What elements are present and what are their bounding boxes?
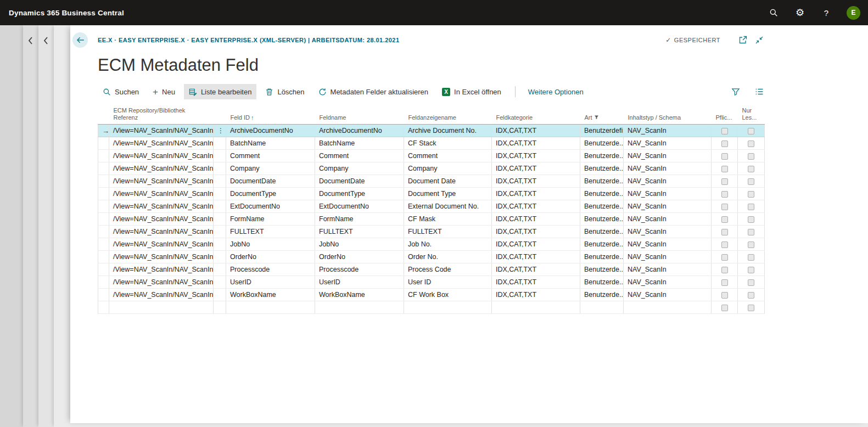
cell-feldname[interactable]: UserID <box>315 276 404 289</box>
row-menu-cell[interactable] <box>214 301 226 314</box>
cell-art[interactable]: Benutzerde... <box>580 276 624 289</box>
row-menu-cell[interactable] <box>214 175 226 188</box>
cell-inhaltstyp[interactable]: NAV_ScanIn <box>624 150 712 162</box>
cell-feldkategorie[interactable]: IDX,CAT,TXT <box>492 125 580 137</box>
row-gutter[interactable] <box>98 188 109 200</box>
row-menu-cell[interactable] <box>214 200 226 213</box>
cell-feldname[interactable]: Processcode <box>315 263 404 276</box>
pflichtfeld-checkbox[interactable] <box>721 305 728 311</box>
open-in-excel-button[interactable]: X In Excel öffnen <box>437 84 506 99</box>
nur-lesen-checkbox[interactable] <box>748 178 754 185</box>
row-menu-cell[interactable] <box>214 263 226 276</box>
pflichtfeld-checkbox[interactable] <box>721 191 728 198</box>
row-gutter[interactable] <box>98 238 109 251</box>
row-gutter[interactable] <box>98 162 109 175</box>
cell-feldname[interactable]: Company <box>315 162 404 175</box>
cell-art[interactable]: Benutzerde... <box>580 238 624 251</box>
row-gutter[interactable] <box>98 263 109 276</box>
table-row[interactable]: /View=NAV_ScanIn/NAV_ScanIn DocumentDate… <box>98 175 765 188</box>
cell-repo[interactable] <box>109 301 214 314</box>
delete-button[interactable]: Löschen <box>260 84 309 99</box>
cell-art[interactable]: Benutzerde... <box>580 251 624 263</box>
cell-feldname[interactable]: JobNo <box>315 238 404 251</box>
table-row[interactable]: → /View=NAV_ScanIn/NAV_ScanIn ⋮ ArchiveD… <box>98 125 765 137</box>
cell-repo[interactable]: /View=NAV_ScanIn/NAV_ScanIn <box>109 125 214 137</box>
cell-feldkategorie[interactable] <box>492 301 580 314</box>
cell-feld-id[interactable]: FULLTEXT <box>226 226 315 238</box>
cell-feldkategorie[interactable]: IDX,CAT,TXT <box>492 213 580 226</box>
cell-feldkategorie[interactable]: IDX,CAT,TXT <box>492 137 580 150</box>
pflichtfeld-checkbox[interactable] <box>721 166 728 172</box>
col-header-inhaltstyp[interactable]: Inhaltstyp / Schema <box>624 107 712 125</box>
cell-inhaltstyp[interactable]: NAV_ScanIn <box>624 251 712 263</box>
pflichtfeld-checkbox[interactable] <box>721 128 728 134</box>
cell-inhaltstyp[interactable]: NAV_ScanIn <box>624 226 712 238</box>
collapse-page-icon[interactable] <box>754 35 764 45</box>
cell-feldkategorie[interactable]: IDX,CAT,TXT <box>492 289 580 301</box>
cell-feldname[interactable]: BatchName <box>315 137 404 150</box>
cell-feld-id[interactable]: DocumentDate <box>226 175 315 188</box>
pflichtfeld-checkbox[interactable] <box>721 279 728 286</box>
row-menu-cell[interactable] <box>214 289 226 301</box>
cell-art[interactable]: Benutzerde... <box>580 188 624 200</box>
row-gutter[interactable]: → <box>98 125 109 137</box>
cell-repo[interactable]: /View=NAV_ScanIn/NAV_ScanIn <box>109 137 214 150</box>
pflichtfeld-checkbox[interactable] <box>721 254 728 261</box>
nur-lesen-checkbox[interactable] <box>748 166 754 172</box>
table-row[interactable] <box>98 301 765 314</box>
breadcrumb[interactable]: EE.X · EASY ENTERPRISE.X · EASY ENTERPRI… <box>98 37 399 43</box>
row-menu-cell[interactable] <box>214 238 226 251</box>
cell-inhaltstyp[interactable]: NAV_ScanIn <box>624 162 712 175</box>
cell-feldkategorie[interactable]: IDX,CAT,TXT <box>492 162 580 175</box>
table-row[interactable]: /View=NAV_ScanIn/NAV_ScanIn WorkBoxName … <box>98 289 765 301</box>
gear-icon[interactable]: ⚙ <box>794 7 806 19</box>
table-row[interactable]: /View=NAV_ScanIn/NAV_ScanIn JobNo JobNo … <box>98 238 765 251</box>
cell-inhaltstyp[interactable]: NAV_ScanIn <box>624 263 712 276</box>
col-header-feldanzeigename[interactable]: Feldanzeigename <box>404 107 492 125</box>
cell-repo[interactable]: /View=NAV_ScanIn/NAV_ScanIn <box>109 226 214 238</box>
row-gutter[interactable] <box>98 137 109 150</box>
row-menu-cell[interactable] <box>214 188 226 200</box>
cell-repo[interactable]: /View=NAV_ScanIn/NAV_ScanIn <box>109 289 214 301</box>
cell-feld-id[interactable]: WorkBoxName <box>226 289 315 301</box>
cell-art[interactable]: Benutzerde... <box>580 289 624 301</box>
nur-lesen-checkbox[interactable] <box>748 305 754 311</box>
row-gutter[interactable] <box>98 301 109 314</box>
cell-art[interactable]: Benutzerde... <box>580 213 624 226</box>
cell-feld-id[interactable]: BatchName <box>226 137 315 150</box>
col-header-feldname[interactable]: Feldname <box>315 107 404 125</box>
table-row[interactable]: /View=NAV_ScanIn/NAV_ScanIn FULLTEXT FUL… <box>98 226 765 238</box>
cell-feldname[interactable]: OrderNo <box>315 251 404 263</box>
pflichtfeld-checkbox[interactable] <box>721 204 728 210</box>
nur-lesen-checkbox[interactable] <box>748 204 754 210</box>
chevron-left-icon[interactable] <box>40 34 51 47</box>
cell-feldkategorie[interactable]: IDX,CAT,TXT <box>492 263 580 276</box>
cell-feldname[interactable]: ExtDocumentNo <box>315 200 404 213</box>
cell-repo[interactable]: /View=NAV_ScanIn/NAV_ScanIn <box>109 276 214 289</box>
cell-feldanzeigename[interactable]: Process Code <box>404 263 492 276</box>
cell-feldanzeigename[interactable]: Archive Document No. <box>404 125 492 137</box>
cell-feldname[interactable] <box>315 301 404 314</box>
cell-feld-id[interactable]: JobNo <box>226 238 315 251</box>
row-menu-cell[interactable]: ⋮ <box>214 125 226 137</box>
table-row[interactable]: /View=NAV_ScanIn/NAV_ScanIn Processcode … <box>98 263 765 276</box>
cell-inhaltstyp[interactable]: NAV_ScanIn <box>624 200 712 213</box>
cell-feldname[interactable]: ArchiveDocumentNo <box>315 125 404 137</box>
row-menu-cell[interactable] <box>214 162 226 175</box>
table-row[interactable]: /View=NAV_ScanIn/NAV_ScanIn OrderNo Orde… <box>98 251 765 263</box>
table-row[interactable]: /View=NAV_ScanIn/NAV_ScanIn Company Comp… <box>98 162 765 175</box>
row-menu-cell[interactable] <box>214 213 226 226</box>
pflichtfeld-checkbox[interactable] <box>721 229 728 235</box>
cell-feldanzeigename[interactable]: User ID <box>404 276 492 289</box>
search-button[interactable]: Suchen <box>98 84 144 99</box>
pflichtfeld-checkbox[interactable] <box>721 178 728 185</box>
cell-repo[interactable]: /View=NAV_ScanIn/NAV_ScanIn <box>109 200 214 213</box>
row-gutter[interactable] <box>98 175 109 188</box>
cell-art[interactable]: Benutzerde... <box>580 162 624 175</box>
pflichtfeld-checkbox[interactable] <box>721 267 728 273</box>
cell-repo[interactable]: /View=NAV_ScanIn/NAV_ScanIn <box>109 213 214 226</box>
pflichtfeld-checkbox[interactable] <box>721 241 728 248</box>
nur-lesen-checkbox[interactable] <box>748 216 754 223</box>
nur-lesen-checkbox[interactable] <box>748 128 754 134</box>
pflichtfeld-checkbox[interactable] <box>721 141 728 147</box>
